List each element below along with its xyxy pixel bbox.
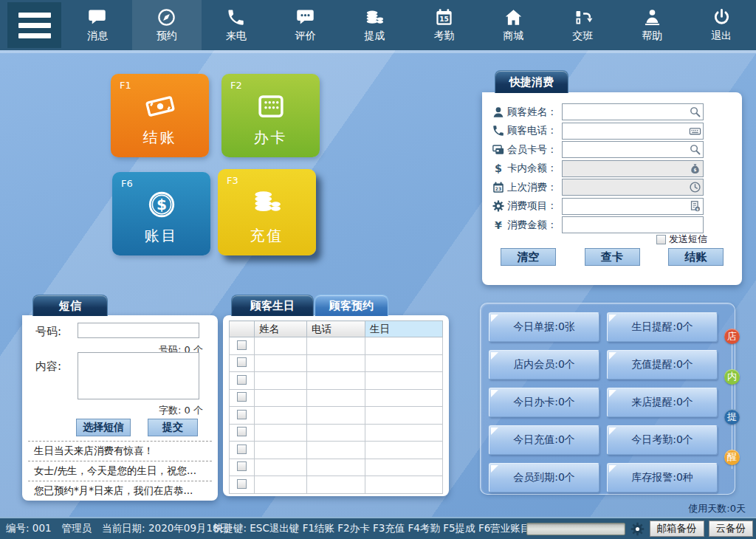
customer-row[interactable] [230, 372, 443, 390]
backup-button-2[interactable]: 云备份 [709, 521, 754, 537]
qc-input[interactable] [563, 179, 703, 195]
qc-input-wrap [562, 216, 704, 233]
customer-row[interactable] [230, 459, 443, 476]
tile-bill[interactable]: F1结账 [111, 74, 209, 157]
reminder-tile[interactable]: 店内会员:0个 [489, 350, 599, 380]
reminder-tile[interactable]: 今日充值:0个 [489, 425, 599, 455]
customer-row[interactable] [230, 442, 443, 459]
reminder-tile[interactable]: 库存报警:0种 [607, 463, 718, 492]
sms-panel: 号码: 号码: 0 个 内容: 字数: 0 个 选择短信 提交 生日当天来店消费… [22, 315, 218, 501]
reminder-tile[interactable]: 会员到期:0个 [489, 463, 599, 492]
qc-input[interactable] [563, 104, 703, 120]
sms-char-count: 字数: 0 个 [159, 404, 203, 417]
reminder-tile-grid: 今日单据:0张生日提醒:0个店内会员:0个充值提醒:0个今日办卡:0个来店提醒:… [489, 312, 718, 492]
keyboard-icon[interactable] [689, 125, 701, 137]
tile-dollar-circle[interactable]: F6$账目 [112, 172, 210, 255]
reminder-tile[interactable]: 生日提醒:0个 [607, 312, 718, 342]
reminder-tile[interactable]: 来店提醒:0个 [607, 388, 718, 417]
nav-item-attendance[interactable]: 15考勤 [410, 0, 479, 50]
column-header: 生日 [365, 321, 443, 337]
sms-template-item[interactable]: 生日当天来店消费有惊喜！ [28, 441, 212, 461]
qc-input[interactable] [563, 161, 703, 176]
sms-template-item[interactable]: 女士/先生，今天是您的生日，祝您... [28, 461, 212, 481]
qc-button-2[interactable]: 查卡 [585, 248, 640, 266]
reminder-tile[interactable]: 充值提醒:0个 [607, 350, 718, 380]
customer-panel: 姓名电话生日 [223, 315, 449, 496]
qc-field-label: 顾客电话： [507, 124, 562, 137]
reminder-tile[interactable]: 今日办卡:0个 [489, 388, 599, 417]
qc-input[interactable] [563, 217, 703, 233]
qc-input[interactable] [563, 142, 703, 157]
svg-text:$: $ [694, 168, 697, 172]
row-checkbox[interactable] [237, 461, 247, 471]
nav-item-appointment[interactable]: 预约 [132, 0, 202, 50]
cell-name [255, 442, 307, 459]
customer-row[interactable] [230, 476, 443, 494]
send-sms-checkbox[interactable] [656, 235, 666, 244]
hamburger-menu-icon[interactable] [7, 2, 61, 48]
top-nav: 消息预约来电评价提成15考勤商城交班帮助退出 [0, 0, 756, 50]
receipt-icon[interactable]: $ [689, 200, 701, 213]
qc-input[interactable] [563, 199, 703, 214]
select-sms-button[interactable]: 选择短信 [76, 419, 131, 436]
backup-button-1[interactable]: 邮箱备份 [650, 521, 704, 537]
nav-item-shift-change[interactable]: 交班 [548, 0, 617, 50]
search-icon[interactable] [689, 143, 701, 156]
qc-input[interactable] [563, 123, 703, 139]
reminder-tile[interactable]: 今日考勤:0个 [607, 425, 718, 455]
cell-phone [307, 459, 365, 476]
calendar-23-icon: 23 [492, 181, 505, 194]
tile-fkey: F6 [121, 178, 133, 189]
reminder-tile[interactable]: 今日单据:0张 [489, 312, 599, 342]
yen-icon: ¥ [492, 219, 505, 232]
nav-item-message[interactable]: 消息 [63, 0, 132, 50]
nav-item-help[interactable]: 帮助 [617, 0, 687, 50]
sms-content-textarea[interactable] [78, 352, 199, 399]
cell-birthday [365, 459, 443, 476]
nav-item-review[interactable]: 评价 [271, 0, 340, 50]
nav-item-label: 预约 [157, 30, 177, 43]
settings-gear-icon[interactable] [630, 521, 645, 537]
tile-label: 充值 [218, 226, 316, 246]
customer-tab-1[interactable]: 顾客生日 [231, 295, 314, 316]
cell-birthday [365, 337, 443, 355]
row-checkbox[interactable] [237, 340, 247, 350]
row-checkbox[interactable] [237, 375, 247, 385]
sms-template-list: 生日当天来店消费有惊喜！女士/先生，今天是您的生日，祝您...您已预约*月*日来… [28, 441, 212, 501]
customer-row[interactable] [230, 424, 443, 442]
row-checkbox[interactable] [237, 444, 247, 454]
moneybag-icon[interactable]: $ [689, 162, 701, 175]
quick-consume-panel: 顾客姓名：顾客电话：会员卡号：$卡内余额：$23上次消费：消费项目：$¥消费金额… [482, 92, 742, 285]
customer-tab-2[interactable]: 顾客预约 [315, 295, 388, 316]
row-checkbox[interactable] [237, 410, 247, 419]
cell-birthday [365, 407, 443, 425]
tile-coins[interactable]: F3充值 [218, 169, 316, 255]
nav-item-commission[interactable]: 提成 [340, 0, 410, 50]
tile-card[interactable]: F2办卡 [221, 74, 320, 157]
customer-row[interactable] [230, 407, 443, 425]
nav-item-label: 消息 [87, 30, 108, 43]
qc-input-wrap: $ [562, 160, 704, 177]
nav-item-label: 来电 [226, 30, 247, 43]
submit-sms-button[interactable]: 提交 [148, 419, 198, 436]
customer-row[interactable] [230, 354, 443, 372]
row-checkbox[interactable] [237, 392, 247, 402]
cell-phone [307, 407, 365, 425]
cell-name [255, 337, 307, 355]
message-icon [87, 7, 107, 27]
customer-row[interactable] [230, 389, 443, 407]
nav-item-incoming-call[interactable]: 来电 [202, 0, 271, 50]
clock-icon[interactable] [689, 181, 701, 193]
row-checkbox[interactable] [237, 427, 247, 436]
nav-item-mall[interactable]: 商城 [478, 0, 548, 50]
send-sms-option[interactable]: 发送短信 [656, 233, 707, 246]
qc-button-1[interactable]: 清空 [501, 248, 556, 266]
search-icon[interactable] [689, 106, 701, 118]
qc-button-3[interactable]: 结账 [668, 248, 724, 266]
sms-number-input[interactable] [78, 323, 199, 338]
sms-template-item[interactable]: 您已预约*月*日来店，我们在店恭... [28, 481, 212, 501]
customer-row[interactable] [230, 337, 443, 355]
nav-item-exit[interactable]: 退出 [687, 0, 756, 50]
row-checkbox[interactable] [237, 357, 247, 367]
row-checkbox[interactable] [237, 479, 247, 489]
